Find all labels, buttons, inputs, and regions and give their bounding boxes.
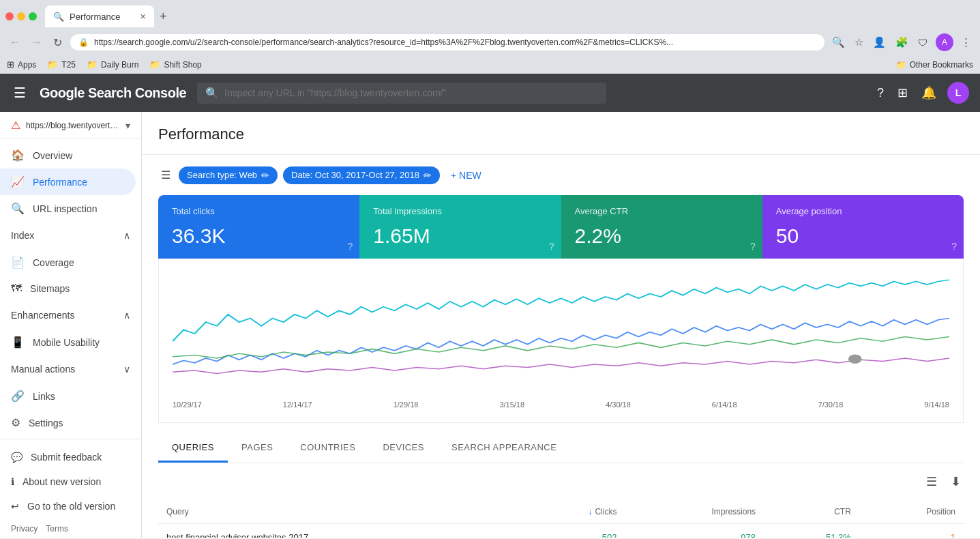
alert-icon: ⚠ [11,119,20,132]
magnify-icon: 🔍 [11,202,25,215]
bookmark-shift-shop[interactable]: 📁 Shift Shop [149,59,201,70]
search-type-filter[interactable]: Search type: Web ✏ [179,166,278,184]
col-header-clicks[interactable]: ↓Clicks [522,500,625,524]
sidebar-item-sitemaps[interactable]: 🗺 Sitemaps [0,276,136,302]
manual-actions-section-header[interactable]: Manual actions ∨ [0,358,141,380]
filter-icon-button[interactable]: ☰ [158,166,173,184]
metric-position-info-icon[interactable]: ? [951,241,957,252]
hamburger-button[interactable]: ☰ [11,82,29,104]
tab-search-appearance[interactable]: SEARCH APPEARANCE [438,434,570,463]
bookmark-daily-burn[interactable]: 📁 Daily Burn [87,59,138,70]
sidebar-item-performance[interactable]: 📈 Performance [0,169,136,195]
search-icon-btn[interactable]: 🔍 [830,34,847,50]
metrics-grid: Total clicks 36.3K ? Total impressions 1… [158,195,964,259]
footer-about-new-version-label: About new version [23,476,101,487]
footer-go-to-old-version[interactable]: ↩ Go to the old version [0,494,141,519]
index-section-header[interactable]: Index ∧ [0,224,141,246]
sidebar-item-overview[interactable]: 🏠 Overview [0,142,136,169]
col-header-position[interactable]: Position [859,500,964,524]
metric-clicks-info-icon[interactable]: ? [347,241,353,252]
bookmarks-bar: ⊞ Apps 📁 T25 📁 Daily Burn 📁 Shift Shop 📁… [0,57,980,74]
queries-table: Query ↓Clicks Impressions CTR Position b… [158,500,964,538]
sidebar-item-mobile-usability-label: Mobile Usability [33,337,100,348]
tab-pages[interactable]: PAGES [228,434,286,463]
x-label-0: 10/29/17 [173,400,202,409]
profile-icon[interactable]: 👤 [871,34,888,50]
sidebar-item-settings[interactable]: ⚙ Settings [0,409,136,436]
sidebar-item-url-inspection[interactable]: 🔍 URL inspection [0,195,136,222]
bookmark-t25[interactable]: 📁 T25 [47,59,76,70]
page-header: Performance [142,112,980,155]
feedback-icon: 💬 [11,452,23,463]
col-header-query: Query [158,500,522,524]
sidebar-item-links[interactable]: 🔗 Links [0,383,136,409]
user-profile-button[interactable]: L [947,82,969,104]
tab-close-button[interactable]: ✕ [140,12,146,21]
sidebar-item-coverage[interactable]: 📄 Coverage [0,249,136,276]
apps-grid-button[interactable]: ⊞ [895,83,910,103]
extensions-icon[interactable]: 🧩 [893,34,910,50]
gsc-search-input[interactable] [224,87,598,98]
col-header-impressions[interactable]: Impressions [625,500,764,524]
table-download-button[interactable]: ⬇ [948,471,964,492]
metric-card-position[interactable]: Average position 50 ? [762,195,964,259]
help-button[interactable]: ? [874,83,887,103]
gsc-search-box[interactable]: 🔍 [197,83,606,104]
enhancements-section-header[interactable]: Enhancements ∧ [0,304,141,326]
gsc-search-icon: 🔍 [205,87,219,100]
ctr-cell-0: 51.3% [764,524,859,538]
shield-icon[interactable]: 🛡 [916,35,930,50]
date-range-filter[interactable]: Date: Oct 30, 2017-Oct 27, 2018 ✏ [283,166,440,184]
filters-bar: ☰ Search type: Web ✏ Date: Oct 30, 2017-… [142,155,980,195]
menu-icon[interactable]: ⋮ [959,34,973,50]
terms-link[interactable]: Terms [46,524,68,534]
table-row: best financial advisor websites 2017 502… [158,524,964,538]
sidebar-item-mobile-usability[interactable]: 📱 Mobile Usability [0,329,136,355]
other-bookmarks[interactable]: 📁 Other Bookmarks [896,60,973,70]
reload-button[interactable]: ↻ [50,33,65,52]
manual-actions-section-label: Manual actions [11,364,75,375]
chart-x-axis: 10/29/17 12/14/17 1/29/18 3/15/18 4/30/1… [173,395,949,409]
metric-impressions-value: 1.65M [373,224,547,248]
tab-devices[interactable]: DEVICES [369,434,438,463]
address-bar[interactable]: 🔒 https://search.google.com/u/2/search-c… [70,34,825,50]
metric-ctr-info-icon[interactable]: ? [750,241,756,252]
privacy-link[interactable]: Privacy [11,524,38,534]
metric-ctr-value: 2.2% [575,224,749,248]
col-header-ctr[interactable]: CTR [764,500,859,524]
notifications-button[interactable]: 🔔 [919,83,939,103]
performance-chart [173,272,949,395]
site-selector[interactable]: ⚠ https://blog.twentyoverten.co... ▾ [0,112,141,139]
metric-ctr-label: Average CTR [575,206,749,216]
active-tab[interactable]: 🔍 Performance ✕ [45,5,154,27]
new-tab-button[interactable]: + [154,7,173,27]
metric-card-impressions[interactable]: Total impressions 1.65M ? [359,195,561,259]
add-filter-button[interactable]: + NEW [445,166,487,184]
tab-countries[interactable]: COUNTRIES [286,434,369,463]
footer-about-new-version[interactable]: ℹ About new version [0,469,141,494]
apps-grid-icon: ⊞ [7,59,14,70]
main-nav-section: 🏠 Overview 📈 Performance 🔍 URL inspectio… [0,139,141,224]
metric-impressions-info-icon[interactable]: ? [549,241,554,252]
user-avatar-btn[interactable]: A [936,33,953,51]
close-dot[interactable] [5,12,14,20]
tabs-container: QUERIES PAGES COUNTRIES DEVICES SEARCH A… [158,434,964,463]
back-button[interactable]: ← [7,33,23,51]
metric-card-clicks[interactable]: Total clicks 36.3K ? [158,195,359,259]
x-label-3: 3/15/18 [499,400,524,409]
metric-card-ctr[interactable]: Average CTR 2.2% ? [561,195,762,259]
settings-icon: ⚙ [11,416,20,429]
bookmark-star-icon[interactable]: ☆ [852,34,865,50]
tab-title: Performance [70,12,120,22]
url-text: https://search.google.com/u/2/search-con… [94,38,816,47]
maximize-dot[interactable] [29,12,37,20]
sidebar-item-settings-label: Settings [29,418,63,428]
search-type-filter-label: Search type: Web [187,170,257,180]
table-filter-button[interactable]: ☰ [923,471,940,492]
bookmark-apps[interactable]: ⊞ Apps [7,59,36,70]
minimize-dot[interactable] [17,12,25,20]
tab-queries[interactable]: QUERIES [158,434,228,463]
forward-button[interactable]: → [29,33,45,51]
metric-clicks-value: 36.3K [172,224,346,248]
footer-submit-feedback[interactable]: 💬 Submit feedback [0,445,141,469]
